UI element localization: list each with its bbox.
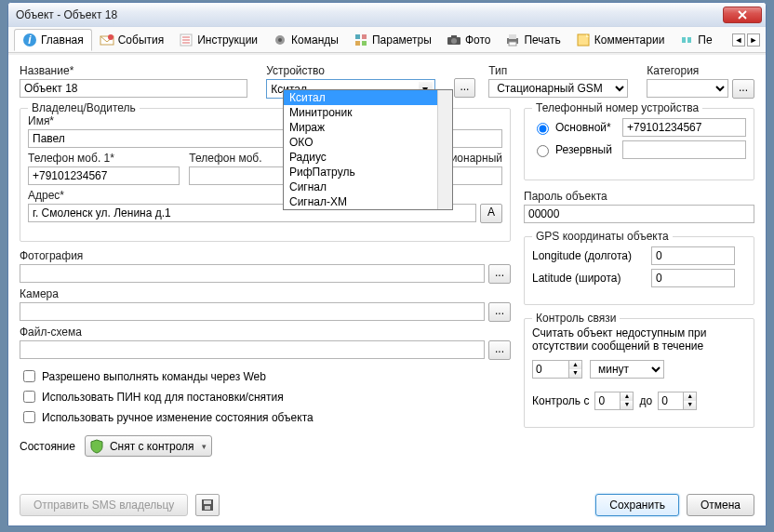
save-button[interactable]: Сохранить: [595, 494, 679, 516]
spin-up[interactable]: ▲: [569, 361, 581, 369]
label-device: Устройство: [266, 64, 434, 77]
tab-commands[interactable]: Команды: [265, 30, 346, 50]
label-phone-main: Основной*: [555, 121, 619, 134]
tab-label: Команды: [291, 33, 339, 47]
close-button[interactable]: [723, 7, 762, 23]
name-input[interactable]: [20, 79, 247, 98]
titlebar: Объект - Объект 18: [8, 3, 766, 27]
chk-manual-box[interactable]: [23, 411, 35, 423]
chk-web[interactable]: Разрешено выполнять команды через Web: [20, 367, 511, 385]
svg-rect-21: [682, 37, 686, 43]
device-option[interactable]: Радиус: [284, 150, 452, 165]
tab-events[interactable]: События: [92, 30, 172, 50]
save-disk-button[interactable]: [195, 494, 220, 516]
category-browse-button[interactable]: ...: [732, 79, 754, 99]
cancel-button[interactable]: Отмена: [687, 494, 754, 516]
content-area: Название* Устройство Кситал ▾ ... Тип Ст…: [8, 55, 766, 525]
tab-label: Параметры: [372, 33, 432, 47]
svg-rect-22: [687, 37, 691, 43]
control-from-input[interactable]: [594, 392, 621, 410]
phone1-input[interactable]: [28, 166, 180, 185]
device-option[interactable]: Мираж: [284, 120, 452, 135]
spin-up[interactable]: ▲: [684, 392, 696, 401]
phone-group: Телефонный номер устройства Основной* Ре…: [524, 108, 754, 180]
tab-print[interactable]: Печать: [498, 30, 567, 50]
device-option[interactable]: Сигнал: [284, 180, 452, 194]
camera-browse-button[interactable]: ...: [488, 302, 511, 322]
state-value: Снят с контроля: [110, 440, 194, 453]
state-select[interactable]: Снят с контроля: [85, 435, 212, 457]
chk-pin[interactable]: Использовать ПИН код для постановки/снят…: [20, 388, 511, 406]
tab-parameters[interactable]: Параметры: [346, 30, 439, 50]
device-option[interactable]: Сигнал-ХМ: [284, 194, 452, 209]
dropdown-scrollbar[interactable]: [437, 90, 452, 209]
device-option[interactable]: ОКО: [284, 135, 452, 150]
svg-point-3: [108, 34, 113, 40]
photo-browse-button[interactable]: ...: [488, 264, 511, 284]
device-browse-button[interactable]: ...: [454, 78, 476, 98]
pager-icon: [679, 33, 694, 47]
link-unit-select[interactable]: минут: [590, 360, 664, 379]
tab-instructions[interactable]: Инструкции: [171, 30, 265, 50]
send-sms-button[interactable]: Отправить SMS владельцу: [20, 494, 188, 516]
phone-reserve-input[interactable]: [622, 140, 746, 159]
category-select[interactable]: [647, 79, 728, 98]
tab-label: События: [118, 33, 165, 47]
tab-label: Пе: [698, 33, 712, 47]
latitude-input[interactable]: [651, 269, 735, 287]
tab-scroll-right[interactable]: ►: [747, 33, 760, 47]
chk-manual[interactable]: Использовать ручное изменение состояния …: [20, 408, 511, 426]
chk-pin-box[interactable]: [23, 391, 35, 403]
phone-reserve-radio[interactable]: [537, 145, 549, 157]
photo-input[interactable]: [20, 264, 485, 283]
link-count-spinner[interactable]: ▲▼: [532, 360, 582, 379]
control-to-input[interactable]: [658, 392, 684, 410]
label-longitude: Longitude (долгота): [532, 249, 644, 262]
shield-icon: [89, 439, 104, 454]
type-select[interactable]: Стационарный GSM: [488, 79, 628, 98]
camera-input[interactable]: [20, 302, 485, 321]
label-state: Состояние: [20, 440, 75, 453]
link-text: Считать объект недоступным при отсутстви…: [532, 326, 746, 352]
link-legend: Контроль связи: [532, 312, 620, 325]
device-option[interactable]: Кситал: [284, 90, 452, 105]
label-photo: Фотография: [20, 249, 511, 262]
tab-bar: i Главная События Инструкции Команды Пар…: [8, 27, 766, 53]
device-option[interactable]: РифПатруль: [284, 165, 452, 180]
tab-scroll-left[interactable]: ◄: [732, 33, 745, 47]
spin-up[interactable]: ▲: [621, 392, 633, 401]
spin-down[interactable]: ▼: [569, 369, 581, 378]
spin-down[interactable]: ▼: [621, 401, 633, 409]
longitude-input[interactable]: [651, 246, 735, 265]
tab-main[interactable]: i Главная: [14, 29, 92, 51]
control-to-spinner[interactable]: ▲▼: [658, 392, 697, 410]
device-dropdown[interactable]: Кситал Минитроник Мираж ОКО Радиус РифПа…: [283, 89, 453, 210]
control-from-spinner[interactable]: ▲▼: [594, 392, 634, 410]
tab-comments[interactable]: Комментарии: [568, 30, 673, 50]
password-input[interactable]: [524, 205, 754, 223]
tab-more[interactable]: Пе: [672, 30, 719, 50]
phone-main-radio[interactable]: [537, 123, 549, 135]
label-category: Категория: [647, 64, 754, 77]
list-icon: [179, 33, 194, 47]
svg-rect-13: [362, 41, 367, 46]
address-button[interactable]: A: [480, 204, 502, 223]
gps-legend: GPS координаты объекта: [532, 230, 673, 243]
chk-web-box[interactable]: [23, 370, 35, 382]
tab-label: Комментарии: [594, 33, 665, 47]
svg-rect-24: [204, 500, 211, 504]
label-to: до: [639, 394, 652, 407]
device-option[interactable]: Минитроник: [284, 105, 452, 120]
svg-rect-19: [509, 42, 516, 46]
tab-photo[interactable]: Фото: [439, 30, 499, 50]
link-count-input[interactable]: [532, 360, 569, 379]
spin-down[interactable]: ▼: [684, 401, 696, 409]
tab-label: Главная: [41, 33, 84, 47]
printer-icon: [505, 33, 520, 47]
filescheme-input[interactable]: [20, 340, 485, 359]
filescheme-browse-button[interactable]: ...: [488, 340, 511, 360]
phone-main-input[interactable]: [622, 118, 746, 137]
phone-legend: Телефонный номер устройства: [532, 101, 702, 114]
tab-label: Инструкции: [197, 33, 258, 47]
window: Объект - Объект 18 i Главная События Инс…: [7, 2, 767, 526]
